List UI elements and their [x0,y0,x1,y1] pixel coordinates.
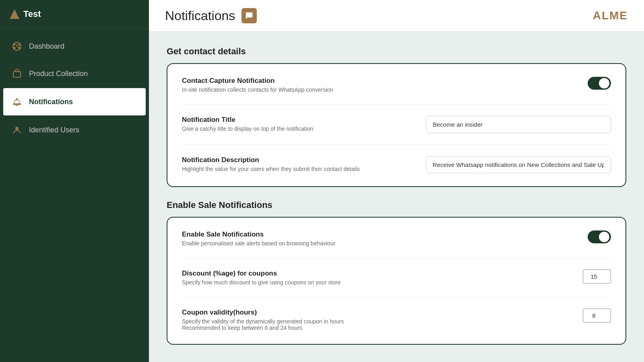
sidebar-item-label: Product Collection [29,70,88,78]
svg-point-7 [15,127,19,130]
row-desc: Enable personalised sale alerts based on… [182,240,555,247]
row-desc-line1: Specify the validity of the dynamically … [182,318,555,325]
row-notification-description: Notification Description Highlight the v… [182,156,611,173]
row-desc: In-site notification collects contacts f… [182,86,555,93]
sidebar-item-identified-users[interactable]: Identified Users [0,116,149,144]
app-name: Test [23,9,41,19]
svg-point-1 [14,44,16,46]
divider [182,144,611,145]
dashboard-icon [11,41,23,52]
row-desc: Highlight the value for your users when … [182,166,418,172]
row-desc: Specify how much discount to give using … [182,279,555,286]
notification-description-input[interactable] [426,156,611,173]
notifications-icon [11,96,23,107]
svg-point-3 [14,47,16,49]
top-bar: Notifications ALME [149,0,644,32]
coupon-validity-input[interactable] [583,309,611,323]
card-contact: Contact Capture Notification In-site not… [167,63,626,187]
contact-capture-toggle[interactable] [588,77,611,90]
sidebar-logo: Test [0,0,149,29]
row-label: Discount (%age) for coupons [182,269,555,278]
enable-sale-toggle[interactable] [588,230,611,243]
row-label: Enable Sale Notifications [182,230,555,239]
row-discount: Discount (%age) for coupons Specify how … [182,269,611,286]
svg-point-4 [19,47,21,49]
row-contact-capture: Contact Capture Notification In-site not… [182,77,611,93]
row-enable-sale: Enable Sale Notifications Enable persona… [182,230,611,247]
users-icon [11,124,23,136]
row-desc: Give a catchy title to display on top of… [182,125,418,132]
svg-point-2 [19,44,21,46]
sidebar-nav: Dashboard Product Collection Notific [0,29,149,148]
row-label: Contact Capture Notification [182,77,555,85]
divider [182,297,611,297]
row-label: Notification Description [182,156,418,164]
svg-rect-6 [16,98,18,100]
page-header: Notifications [165,8,257,23]
sidebar-item-notifications[interactable]: Notifications [3,88,146,115]
svg-rect-5 [13,72,21,77]
section-enable-sale: Enable Sale Notifications Enable Sale No… [167,200,626,345]
page-title: Notifications [165,8,235,23]
notification-title-input[interactable] [426,116,611,133]
divider [182,104,611,105]
content-area: Get contact details Contact Capture Noti… [149,32,644,359]
section-get-contact-details: Get contact details Contact Capture Noti… [167,46,626,187]
sidebar-item-dashboard[interactable]: Dashboard [0,33,149,60]
sidebar-item-label: Dashboard [29,42,64,51]
notifications-icon [242,8,257,23]
sidebar: Test Dashboard [0,0,149,362]
sidebar-item-label: Notifications [29,98,73,106]
row-coupon-validity: Coupon validity(hours) Specify the valid… [182,309,611,331]
divider [182,258,611,258]
section-title-sale: Enable Sale Notifications [167,200,626,210]
discount-input[interactable] [583,269,611,284]
sidebar-item-product-collection[interactable]: Product Collection [0,60,149,87]
main-content: Notifications ALME Get contact details C… [149,0,644,362]
brand-logo: ALME [593,9,628,22]
product-icon [11,68,23,79]
row-label: Coupon validity(hours) [182,309,555,317]
row-label: Notification Title [182,116,418,124]
sidebar-item-label: Identified Users [29,126,79,134]
card-sale: Enable Sale Notifications Enable persona… [167,217,626,345]
row-desc-line2: Recommended to keep between 6 and 24 hou… [182,325,555,331]
row-notification-title: Notification Title Give a catchy title t… [182,116,611,133]
logo-icon [10,9,19,19]
section-title-contact: Get contact details [167,46,626,57]
